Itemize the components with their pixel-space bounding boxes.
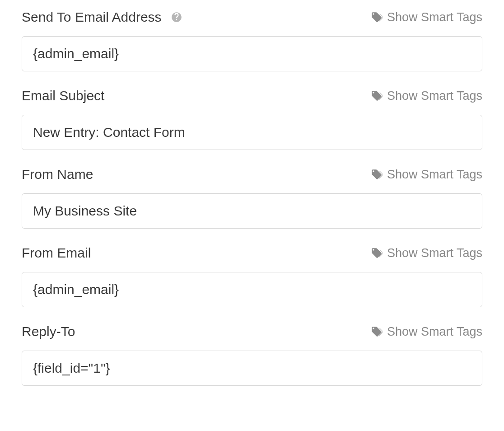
smart-tags-label: Show Smart Tags xyxy=(387,89,482,103)
field-send-to: Send To Email Address Show Smart Tags xyxy=(22,9,482,71)
help-icon[interactable] xyxy=(171,11,182,23)
show-smart-tags-link[interactable]: Show Smart Tags xyxy=(371,325,482,339)
tags-icon xyxy=(371,326,383,337)
show-smart-tags-link[interactable]: Show Smart Tags xyxy=(371,89,482,103)
smart-tags-label: Show Smart Tags xyxy=(387,10,482,24)
from-name-input[interactable] xyxy=(22,193,482,229)
field-email-subject: Email Subject Show Smart Tags xyxy=(22,88,482,150)
field-header: Email Subject Show Smart Tags xyxy=(22,88,482,104)
tags-icon xyxy=(371,247,383,259)
tags-icon xyxy=(371,90,383,102)
field-header: Reply-To Show Smart Tags xyxy=(22,323,482,340)
smart-tags-label: Show Smart Tags xyxy=(387,325,482,339)
field-header: From Email Show Smart Tags xyxy=(22,245,482,261)
show-smart-tags-link[interactable]: Show Smart Tags xyxy=(371,168,482,182)
smart-tags-label: Show Smart Tags xyxy=(387,246,482,260)
email-subject-input[interactable] xyxy=(22,115,482,150)
field-label-wrap: Reply-To xyxy=(22,323,75,340)
email-subject-label: Email Subject xyxy=(22,88,104,104)
smart-tags-label: Show Smart Tags xyxy=(387,168,482,182)
reply-to-label: Reply-To xyxy=(22,323,75,340)
field-label-wrap: Email Subject xyxy=(22,88,104,104)
from-email-input[interactable] xyxy=(22,272,482,307)
field-reply-to: Reply-To Show Smart Tags xyxy=(22,323,482,386)
field-header: From Name Show Smart Tags xyxy=(22,166,482,183)
field-from-name: From Name Show Smart Tags xyxy=(22,166,482,229)
field-from-email: From Email Show Smart Tags xyxy=(22,245,482,307)
tags-icon xyxy=(371,11,383,23)
reply-to-input[interactable] xyxy=(22,351,482,386)
tags-icon xyxy=(371,169,383,180)
send-to-input[interactable] xyxy=(22,36,482,71)
from-name-label: From Name xyxy=(22,166,93,183)
field-label-wrap: From Name xyxy=(22,166,93,183)
field-label-wrap: Send To Email Address xyxy=(22,9,182,25)
field-label-wrap: From Email xyxy=(22,245,91,261)
show-smart-tags-link[interactable]: Show Smart Tags xyxy=(371,10,482,24)
from-email-label: From Email xyxy=(22,245,91,261)
send-to-label: Send To Email Address xyxy=(22,9,162,25)
show-smart-tags-link[interactable]: Show Smart Tags xyxy=(371,246,482,260)
field-header: Send To Email Address Show Smart Tags xyxy=(22,9,482,25)
